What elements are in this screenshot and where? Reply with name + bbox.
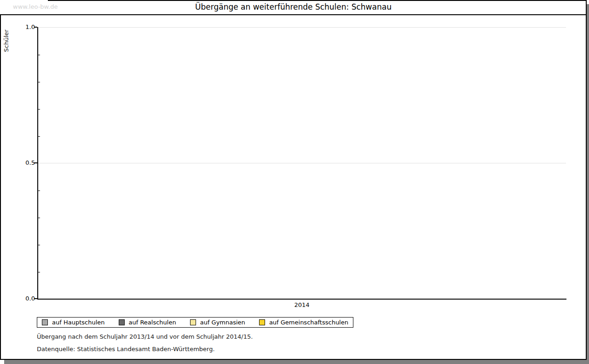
gridline-0-5 <box>38 163 566 163</box>
legend-swatch-gemeinschaftsschulen <box>259 319 265 325</box>
y-tick-minor <box>38 245 40 245</box>
y-axis-line <box>37 27 38 300</box>
drop-shadow-bottom <box>4 360 589 364</box>
legend-swatch-realschulen <box>119 319 125 325</box>
legend-swatch-gymnasien <box>190 319 196 325</box>
y-tick-minor <box>38 218 40 218</box>
x-axis-line <box>37 299 566 300</box>
y-tick-minor <box>38 136 40 137</box>
x-tick-label-2014: 2014 <box>37 301 566 308</box>
legend-label: auf Gemeinschaftsschulen <box>269 319 348 326</box>
legend-label: auf Gymnasien <box>200 319 245 326</box>
footnote-datenquelle: Datenquelle: Statistisches Landesamt Bad… <box>37 346 215 352</box>
legend-item-gemeinschaftsschulen: auf Gemeinschaftsschulen <box>259 319 348 326</box>
legend-label: auf Realschulen <box>129 319 176 326</box>
y-tick-minor <box>38 109 40 110</box>
frame-border-top <box>0 0 587 1</box>
gridline-1-0 <box>38 27 566 28</box>
y-axis-title: Schüler <box>3 29 10 52</box>
y-tick-minor <box>38 82 40 82</box>
legend-item-gymnasien: auf Gymnasien <box>190 319 245 326</box>
legend-item-realschulen: auf Realschulen <box>119 319 176 326</box>
page-title: Übergänge an weiterführende Schulen: Sch… <box>0 2 587 12</box>
footnote-schuljahr: Übergang nach dem Schuljahr 2013/14 und … <box>37 333 253 340</box>
watermark: www.leo-bw.de <box>0 0 48 14</box>
watermark-text: www.leo-bw.de <box>13 3 58 10</box>
y-tick-label-0-5: 0.5 <box>16 160 35 166</box>
y-tick-label-0-0: 0.0 <box>16 295 35 302</box>
frame-border-left <box>0 0 1 360</box>
y-tick-minor <box>38 191 40 191</box>
legend-item-hauptschulen: auf Hauptschulen <box>42 319 105 326</box>
legend: auf Hauptschulen auf Realschulen auf Gym… <box>37 317 353 328</box>
legend-swatch-hauptschulen <box>42 319 48 325</box>
y-tick-minor <box>38 272 40 272</box>
drop-shadow-right <box>587 4 589 364</box>
y-tick-minor <box>38 55 40 55</box>
y-tick-label-1-0: 1.0 <box>16 24 35 30</box>
legend-label: auf Hauptschulen <box>52 319 105 326</box>
titlebar-separator <box>0 14 587 15</box>
